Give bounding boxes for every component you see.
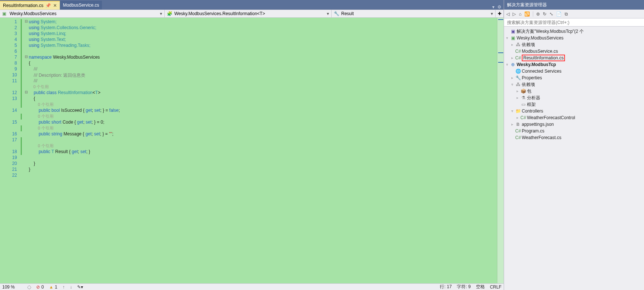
tree-item[interactable]: ▹📦包 xyxy=(504,88,644,94)
tree-item[interactable]: C#Program.cs xyxy=(504,128,644,134)
tree-item[interactable]: ▹⚗分析器 xyxy=(504,94,644,101)
home-icon[interactable]: ⌂ xyxy=(519,11,521,17)
panel-search[interactable] xyxy=(504,18,644,27)
tree-item[interactable]: ▣解决方案"Wesky.ModbusTcp"(2 个 xyxy=(504,28,644,35)
tree-item[interactable]: C#WeatherForecast.cs xyxy=(504,134,644,141)
tree-item[interactable]: ▿⊕Wesky.ModbusTcp xyxy=(504,61,644,68)
editor-nav-bar: ▣ Wesky.ModbusServices ▾ 🧩 Wesky.ModbusS… xyxy=(0,10,504,18)
project-icon: ▣ xyxy=(2,11,7,16)
tree-item[interactable]: ▹⁂依赖项 xyxy=(504,41,644,48)
refresh-icon[interactable]: ↻ xyxy=(543,11,547,17)
tab-label: ResultInformation.cs xyxy=(3,3,43,8)
tree-item[interactable]: ▿📁Controllers xyxy=(504,108,644,114)
nav-project-dropdown[interactable]: ▣ Wesky.ModbusServices ▾ xyxy=(0,10,165,17)
cursor-col: 字符: 9 xyxy=(457,284,470,290)
solution-explorer: 解决方案资源管理器 ◁ ▷ ⌂ 🔁 ⊚ ↻ ⤡ 📄 ⧉ ▣解决方案"Wesky.… xyxy=(504,0,644,290)
nav-member-dropdown[interactable]: 🔧 Result ▾ xyxy=(332,10,496,17)
nav-add-button[interactable]: ✚ xyxy=(496,10,504,17)
tree-item[interactable]: ▹C#ResultInformation.cs xyxy=(504,55,644,61)
cursor-line: 行: 17 xyxy=(440,284,452,290)
tab-overflow-icon[interactable]: ▾ xyxy=(492,4,494,10)
back-icon[interactable]: ◁ xyxy=(506,11,510,17)
panel-toolbar: ◁ ▷ ⌂ 🔁 ⊚ ↻ ⤡ 📄 ⧉ xyxy=(504,10,644,18)
tab-label: ModbusService.cs xyxy=(63,3,99,8)
tree-item[interactable]: ▹C#WeatherForecastControl xyxy=(504,114,644,121)
tree-item[interactable]: ▭框架 xyxy=(504,101,644,108)
solution-tree[interactable]: ▣解决方案"Wesky.ModbusTcp"(2 个▿▣Wesky.Modbus… xyxy=(504,27,644,290)
tree-item[interactable]: 🌐Connected Services xyxy=(504,68,644,75)
pin-icon[interactable]: 📌 xyxy=(45,3,51,8)
class-icon: 🧩 xyxy=(167,11,172,16)
nav-class-label: Wesky.ModbusServices.ResultInformation<T… xyxy=(174,11,265,16)
nav-member-label: Result xyxy=(341,11,354,16)
panel-title[interactable]: 解决方案资源管理器 xyxy=(504,0,644,10)
wrench-icon: 🔧 xyxy=(334,11,339,16)
line-number-gutter: 12345678910111213141516171819202122 xyxy=(0,18,21,283)
properties-icon[interactable]: ⧉ xyxy=(565,11,568,17)
error-icon: ⊘ xyxy=(36,284,40,290)
separator xyxy=(533,11,533,17)
tab-resultinformation[interactable]: ResultInformation.cs 📌 ✕ xyxy=(0,1,60,10)
switch-views-icon[interactable]: 🔁 xyxy=(524,11,530,17)
code-editor[interactable]: 12345678910111213141516171819202122 ⊟⊟⊟ … xyxy=(0,18,504,283)
editor-area: ResultInformation.cs 📌 ✕ ModbusService.c… xyxy=(0,0,504,290)
change-marks xyxy=(21,18,24,283)
tree-item[interactable]: ▹🗎appsettings.json xyxy=(504,121,644,128)
close-icon[interactable]: ✕ xyxy=(53,3,57,8)
editor-status-bar: 109 % ◌ ⊘0 ▲1 ↑ ↓ ✎▾ 行: 17 字符: 9 空格 CRLF xyxy=(0,283,504,290)
line-ending[interactable]: CRLF xyxy=(490,284,501,290)
nav-project-label: Wesky.ModbusServices xyxy=(10,11,56,16)
show-all-icon[interactable]: 📄 xyxy=(556,11,562,17)
overview-ruler[interactable] xyxy=(497,18,504,283)
fold-column[interactable]: ⊟⊟⊟ xyxy=(24,18,29,283)
issues-glyph-icon[interactable]: ◌ xyxy=(27,284,31,290)
code-text[interactable]: using System;using System.Collections.Ge… xyxy=(29,18,497,283)
nav-class-dropdown[interactable]: 🧩 Wesky.ModbusServices.ResultInformation… xyxy=(165,10,332,17)
fwd-icon[interactable]: ▷ xyxy=(513,11,516,17)
sync-icon[interactable]: ⊚ xyxy=(536,11,540,17)
tree-item[interactable]: ▿▣Wesky.ModbusServices xyxy=(504,35,644,41)
tab-modbusservice[interactable]: ModbusService.cs xyxy=(60,1,102,10)
tree-item[interactable]: ▿⁂依赖项 xyxy=(504,81,644,88)
error-count[interactable]: ⊘0 xyxy=(36,284,44,290)
document-tab-bar: ResultInformation.cs 📌 ✕ ModbusService.c… xyxy=(0,0,504,10)
warning-count[interactable]: ▲1 xyxy=(49,284,58,290)
zoom-level[interactable]: 109 % xyxy=(2,284,22,290)
quick-actions[interactable]: ✎▾ xyxy=(77,284,83,290)
search-input[interactable] xyxy=(504,18,644,26)
collapse-icon[interactable]: ⤡ xyxy=(549,11,553,17)
chevron-down-icon: ▾ xyxy=(327,11,329,16)
prev-issue[interactable]: ↑ xyxy=(62,284,65,290)
chevron-down-icon: ▾ xyxy=(160,11,162,16)
plus-icon: ✚ xyxy=(498,11,501,16)
tab-gear-icon[interactable]: ⚙ xyxy=(497,4,501,10)
tree-item[interactable]: C#ModbusService.cs xyxy=(504,48,644,55)
next-issue[interactable]: ↓ xyxy=(70,284,72,290)
indent-mode[interactable]: 空格 xyxy=(476,284,485,290)
tree-item[interactable]: ▹🔧Properties xyxy=(504,75,644,81)
warning-icon: ▲ xyxy=(49,284,54,290)
chevron-down-icon: ▾ xyxy=(491,11,493,16)
